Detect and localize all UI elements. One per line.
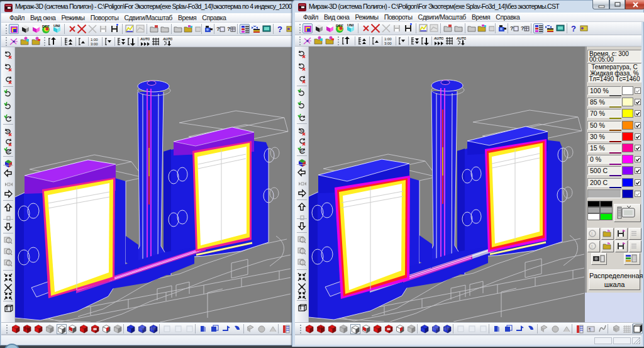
svg-text:90: 90 [6,150,10,154]
svg-text:AUTO: AUTO [433,36,443,40]
svg-text:?: ? [277,25,282,34]
svg-text:UNI: UNI [347,23,354,27]
svg-text:!: ! [591,244,592,249]
svg-text:90: 90 [300,129,304,133]
svg-text:?: ? [216,26,220,32]
svg-text:?: ? [227,26,231,32]
svg-text:?: ? [510,25,514,31]
svg-text:?: ? [521,25,525,31]
svg-text:!: ! [591,231,592,237]
svg-text:1:00: 1:00 [384,37,392,41]
svg-text:3:00: 3:00 [384,42,392,45]
svg-text:90: 90 [6,130,10,133]
svg-text:3:00: 3:00 [91,42,98,46]
svg-text:DEF: DEF [336,24,343,28]
svg-text:90: 90 [300,149,304,153]
svg-text:AUTO: AUTO [162,37,172,41]
svg-text:DEF: DEF [42,25,50,28]
svg-text:UNI: UNI [53,24,60,28]
svg-text:AUTO: AUTO [456,36,466,40]
svg-text:1:00: 1:00 [91,38,98,42]
svg-text:¶: ¶ [589,327,591,332]
svg-text:?: ? [571,24,576,33]
svg-text:AUTO: AUTO [140,37,150,41]
